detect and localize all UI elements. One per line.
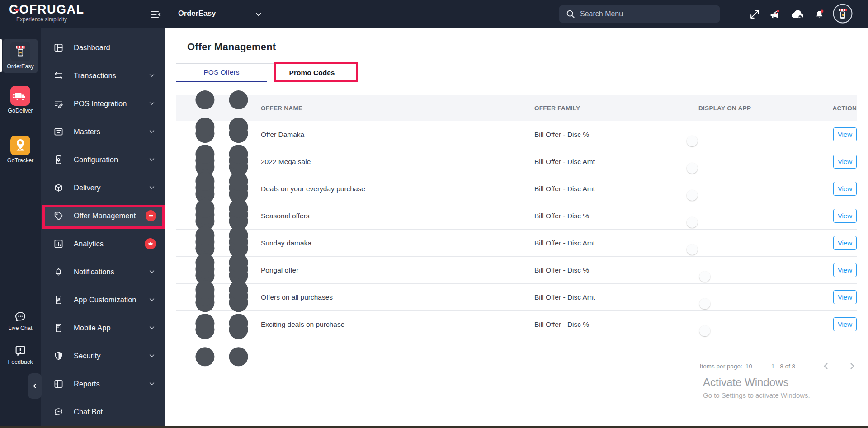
sidebar-item-notifications[interactable]: Notifications [41,258,165,286]
pagination: Items per page: 10 1 - 8 of 8 [700,358,857,374]
rail-bottom-label: Feedback [0,359,41,365]
tabstrip: POS Offers Promo Codes [176,63,357,82]
rail-app-label: OrderEasy [3,63,38,70]
notifications-icon [53,267,64,277]
delivery-icon [53,183,64,193]
view-button[interactable]: View [833,263,857,277]
tab-promo-codes[interactable]: Promo Codes [267,64,357,82]
masters-icon [53,127,64,137]
dashboard-icon [53,42,64,53]
table-row: 2022 Mega saleBill Offer - Disc AmtView [176,148,857,175]
sidebar-item-label: Mobile App [74,324,138,332]
pos-integration-icon [53,99,64,109]
ordereasy-app-icon [10,42,30,61]
view-button[interactable]: View [833,236,857,250]
sidebar-nav: DashboardTransactionsPOS IntegrationMast… [41,28,165,426]
configuration-icon [53,155,64,165]
rail-app-label: GoTracker [0,157,41,164]
sidebar-item-chat-bot[interactable]: Chat Bot [41,398,165,426]
sidebar-item-reports[interactable]: Reports [41,370,165,398]
tab-pos-offers-label: POS Offers [204,68,240,76]
table-row: Deals on your everyday purchaseBill Offe… [176,175,857,202]
sidebar-item-masters[interactable]: Masters [41,118,165,146]
sidebar-item-pos-integration[interactable]: POS Integration [41,89,165,118]
toggle-knob [687,163,698,174]
main-content: Offer Management POS Offers Promo Codes … [165,28,868,426]
rail-feedback[interactable]: Feedback [0,344,41,365]
logo-g-mark: G [9,3,19,16]
premium-crown-badge [146,210,156,221]
sidebar-item-security[interactable]: Security [41,342,165,370]
search-input[interactable] [559,5,720,23]
chevron-down-icon [148,127,156,136]
offer-name-cell: Sunday damaka [261,239,534,247]
sidebar-item-transactions[interactable]: Transactions [41,61,165,89]
offer-family-cell: Bill Offer - Disc % [534,266,698,274]
view-button[interactable]: View [833,182,857,196]
sidebar-item-offer-management[interactable]: Offer Management [41,202,165,230]
menu-collapse-icon[interactable] [150,9,162,20]
items-per-page-value[interactable]: 10 [745,363,752,370]
action-column-header: ACTION [826,105,857,112]
tab-pos-offers[interactable]: POS Offers [176,64,267,82]
sidebar-item-label: Transactions [74,71,138,80]
analytics-icon [53,239,64,249]
view-button[interactable]: View [833,155,857,169]
fullscreen-icon[interactable] [749,9,760,20]
offer-family-column-header: OFFER FAMILY [534,105,698,112]
offer-name-cell: 2022 Mega sale [261,158,534,166]
drag-handle-icon[interactable] [183,367,261,375]
offer-name-cell: Offer Damaka [261,131,534,139]
offer-name-cell: Exciting deals on purchase [261,320,534,329]
page-title: Offer Management [187,41,276,53]
pagination-prev-icon[interactable] [821,362,830,371]
logo-title: GOFRUGAL [9,3,85,16]
chevron-down-icon [148,296,156,304]
reports-icon [53,379,64,389]
product-switcher-label[interactable]: OrderEasy [178,9,216,18]
chevron-left-icon [31,382,38,390]
sidebar-item-analytics[interactable]: Analytics [41,230,165,258]
chevron-down-icon [148,71,156,80]
offer-management-icon [53,211,64,221]
chevron-down-icon [148,155,156,164]
offers-table: OFFER NAME OFFER FAMILY DISPLAY ON APP A… [176,95,857,338]
cloud-sync-icon[interactable] [790,9,806,20]
view-button[interactable]: View [833,290,857,304]
toggle-knob [687,136,698,146]
table-row: Sunday damakaBill Offer - Disc AmtView [176,230,857,257]
store-avatar[interactable] [833,4,853,24]
activate-windows-watermark: Activate Windows Go to Settings to activ… [703,376,810,399]
active-app-indicator [0,39,2,72]
offer-name-cell: Offers on all purchases [261,293,534,301]
chat-bot-icon [53,407,64,417]
sidebar-item-dashboard[interactable]: Dashboard [41,33,165,61]
sidebar-collapse-button[interactable] [28,373,42,399]
sidebar-item-configuration[interactable]: Configuration [41,146,165,174]
rail-app-ordereasy[interactable]: OrderEasy [3,39,38,73]
chevron-down-icon [148,99,156,108]
toggle-knob [687,244,698,255]
sidebar-item-mobile-app[interactable]: Mobile App [41,314,165,342]
chevron-down-icon [148,380,156,388]
pagination-next-icon[interactable] [848,362,857,371]
sidebar-item-delivery[interactable]: Delivery [41,174,165,202]
sidebar-item-label: Chat Bot [74,408,156,416]
view-button[interactable]: View [833,127,857,141]
view-button[interactable]: View [833,317,857,331]
rail-app-gotracker[interactable]: GoTracker [0,136,41,164]
gotracker-app-icon [10,136,30,155]
sidebar-item-label: Notifications [74,268,138,276]
toggle-knob [699,298,710,309]
offer-family-cell: Bill Offer - Disc % [534,212,698,220]
announcements-megaphone-icon[interactable] [769,9,780,20]
rail-app-godeliver[interactable]: GoDeliver [0,86,41,114]
view-button[interactable]: View [833,209,857,223]
pagination-range: 1 - 8 of 8 [771,363,795,370]
sidebar-item-app-customization[interactable]: App Customization [41,286,165,314]
notifications-bell-icon[interactable] [814,9,825,20]
chevron-down-icon[interactable] [254,10,263,19]
sidebar-item-label: Delivery [74,183,138,192]
rail-live-chat[interactable]: Live Chat [0,310,41,331]
gofrugal-logo: GOFRUGAL Experience simplicity [9,3,85,23]
